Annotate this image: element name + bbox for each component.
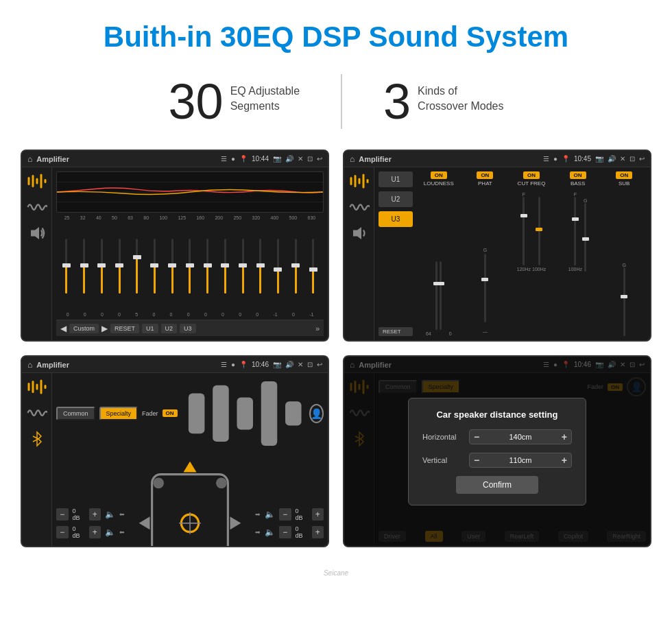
close-icon3[interactable]: ✕ <box>298 361 303 368</box>
fader-8[interactable] <box>189 232 191 300</box>
eq-sidebar-icon[interactable] <box>27 173 47 189</box>
horizontal-plus[interactable]: + <box>562 431 567 442</box>
location-icon3: 📍 <box>239 361 248 368</box>
phat-fader1[interactable]: G <box>483 240 487 322</box>
freq-25: 25 <box>64 215 70 220</box>
reset-button[interactable]: RESET <box>110 324 139 333</box>
camera-icon3[interactable]: 📷 <box>273 361 281 368</box>
left-plus2[interactable]: + <box>89 526 101 538</box>
fader-13[interactable] <box>277 232 279 300</box>
bass-fader2[interactable]: G <box>584 189 587 272</box>
custom-button[interactable]: Custom <box>69 324 99 333</box>
close-icon[interactable]: ✕ <box>298 155 303 163</box>
vertical-minus[interactable]: − <box>474 455 479 466</box>
back-icon3[interactable]: ↩ <box>317 361 322 368</box>
profile-icon[interactable]: 👤 <box>309 404 324 423</box>
menu-icon3[interactable]: ☰ <box>221 361 227 368</box>
window-icon[interactable]: ⊡ <box>307 155 313 163</box>
right-minus1[interactable]: − <box>279 508 291 521</box>
vertical-plus[interactable]: + <box>562 455 567 466</box>
window-icon2[interactable]: ⊡ <box>629 155 635 163</box>
home-icon2[interactable]: ⌂ <box>350 154 355 164</box>
volume-sidebar-icon[interactable] <box>27 225 47 241</box>
screen2-sidebar <box>344 167 374 340</box>
u2-preset[interactable]: U2 <box>379 191 413 207</box>
eq-freq-labels: 25 32 40 50 63 80 100 125 160 200 250 32… <box>56 215 324 220</box>
fader-2[interactable] <box>83 232 85 300</box>
bass-on[interactable]: ON <box>570 171 586 179</box>
u1-preset[interactable]: U1 <box>379 171 413 187</box>
camera-icon[interactable]: 📷 <box>273 155 281 163</box>
common-tab[interactable]: Common <box>56 407 95 420</box>
right-vol-label2: 0 dB <box>296 525 308 539</box>
fader-9[interactable] <box>206 232 208 300</box>
u3-button[interactable]: U3 <box>180 324 196 333</box>
fader-5[interactable] <box>136 232 138 300</box>
cutfreq-on[interactable]: ON <box>523 171 540 179</box>
fader-11[interactable] <box>242 232 244 300</box>
expand-icon[interactable]: » <box>315 324 320 333</box>
fader-15[interactable] <box>312 232 314 300</box>
wave-sidebar-icon2[interactable] <box>349 199 370 215</box>
confirm-button[interactable]: Confirm <box>456 476 538 494</box>
freq-160: 160 <box>196 215 204 220</box>
window-icon3[interactable]: ⊡ <box>307 361 313 368</box>
fader-6[interactable] <box>154 232 156 300</box>
fader-1[interactable] <box>65 232 67 300</box>
horizontal-minus[interactable]: − <box>474 431 479 442</box>
fader-4[interactable] <box>119 232 121 300</box>
sub-fader1[interactable]: G <box>622 254 625 336</box>
dot-icon: ● <box>231 155 235 163</box>
volume-icon3[interactable]: 🔊 <box>285 361 293 368</box>
specialty-tab[interactable]: Specialty <box>99 407 139 420</box>
eq-sidebar-icon2[interactable] <box>349 173 370 189</box>
fader-7[interactable] <box>171 232 173 300</box>
loudness-fader2[interactable] <box>440 248 442 330</box>
volume-icon2[interactable]: 🔊 <box>608 155 616 163</box>
wave-sidebar-icon3[interactable] <box>27 405 47 421</box>
fader-12[interactable] <box>259 232 261 300</box>
left-plus1[interactable]: + <box>89 508 101 521</box>
svg-rect-17 <box>36 384 38 390</box>
right-minus2[interactable]: − <box>279 526 291 538</box>
camera-icon2[interactable]: 📷 <box>595 155 603 163</box>
screen1-topbar: ⌂ Amplifier ☰ ● 📍 10:44 📷 🔊 ✕ ⊡ ↩ <box>22 151 328 167</box>
left-minus1[interactable]: − <box>56 508 69 521</box>
loudness-fader1[interactable] <box>435 248 437 330</box>
menu-icon[interactable]: ☰ <box>221 155 227 163</box>
volume-icon[interactable]: 🔊 <box>285 155 293 163</box>
sub-on[interactable]: ON <box>616 171 632 179</box>
u3-preset[interactable]: U3 <box>379 211 413 227</box>
svg-rect-16 <box>32 381 34 393</box>
u1-button[interactable]: U1 <box>142 324 158 333</box>
crossover-reset[interactable]: RESET <box>379 327 413 336</box>
crossover-channels: ON LOUDNESS <box>417 171 646 336</box>
fader-14[interactable] <box>295 232 297 300</box>
volume-sidebar-icon2[interactable] <box>349 225 370 241</box>
back-icon2[interactable]: ↩ <box>639 155 645 163</box>
eq-sidebar-icon3[interactable] <box>27 379 47 395</box>
right-plus1[interactable]: + <box>312 508 324 521</box>
close-icon2[interactable]: ✕ <box>620 155 625 163</box>
eq-stat: 30 EQ AdjustableSegments <box>169 77 300 126</box>
menu-icon2[interactable]: ☰ <box>543 155 549 163</box>
bluetooth-sidebar-icon3[interactable] <box>27 431 47 447</box>
stat-divider <box>341 74 342 129</box>
home-icon3[interactable]: ⌂ <box>27 360 32 370</box>
bass-fader1[interactable]: F 100Hz <box>568 189 582 272</box>
cutfreq-fader2[interactable]: 100Hz <box>532 189 546 272</box>
wave-sidebar-icon[interactable] <box>27 199 47 215</box>
fader-10[interactable] <box>224 232 226 300</box>
eq-value-labels: 000050000000-10-1 <box>56 312 324 317</box>
loudness-on[interactable]: ON <box>431 171 447 179</box>
back-icon[interactable]: ↩ <box>317 155 322 163</box>
right-plus2[interactable]: + <box>312 526 324 538</box>
next-button[interactable]: ▶ <box>101 324 108 333</box>
cutfreq-fader1[interactable]: F 120Hz <box>517 189 531 272</box>
u2-button[interactable]: U2 <box>161 324 178 333</box>
phat-on[interactable]: ON <box>477 171 493 179</box>
left-minus2[interactable]: − <box>56 526 69 538</box>
prev-button[interactable]: ◀ <box>60 324 67 333</box>
home-icon[interactable]: ⌂ <box>27 154 32 164</box>
fader-3[interactable] <box>101 232 103 300</box>
